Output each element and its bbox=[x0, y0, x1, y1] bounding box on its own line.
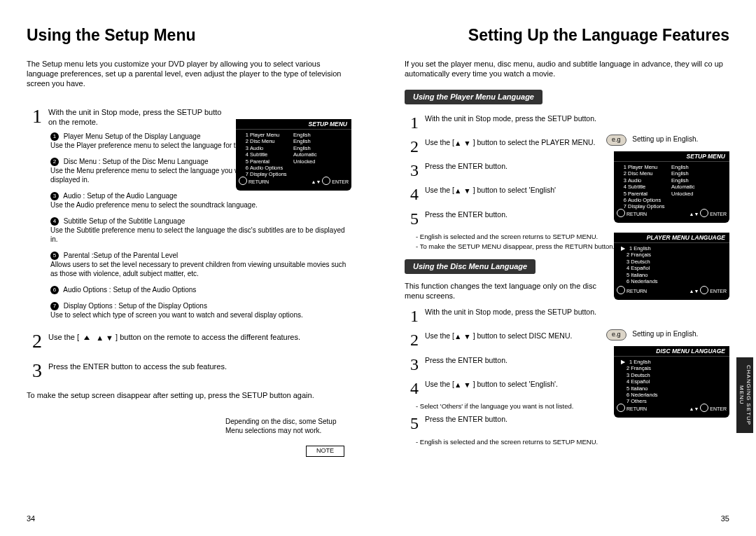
section-pill-disc: Using the Disc Menu Language bbox=[405, 259, 536, 273]
step-text: Press the ENTER button to access the sub… bbox=[48, 357, 333, 385]
osd-disc-language: DISC MENU LANGUAGE ▶ 1 English 2 Françai… bbox=[614, 346, 729, 418]
intro-right: If you set the player menu, disc menu, a… bbox=[405, 59, 729, 79]
circ-icon: 1 bbox=[50, 132, 59, 141]
step-num: 1 bbox=[28, 103, 46, 130]
enter-label: ENTER bbox=[332, 179, 349, 184]
bullet-lead: Display Options : Setup of the Display O… bbox=[64, 302, 207, 310]
bullet-body: Use the Audio preference menu to select … bbox=[50, 201, 258, 209]
note-box: NOTE bbox=[306, 446, 344, 457]
step-num: 2 bbox=[28, 328, 46, 355]
step-num: 3 bbox=[28, 357, 46, 385]
endnote: To make the setup screen disappear after… bbox=[27, 390, 351, 400]
step-text: Use the [ ▲ ▼ ] button on the remote to … bbox=[48, 328, 333, 355]
bullet-lead: Player Menu Setup of the Display Languag… bbox=[64, 132, 201, 140]
osd-setup-menu-right: SETUP MENU 1 Player MenuEnglish 2 Disc M… bbox=[614, 151, 729, 223]
page-left: Using the Setup Menu The Setup menu lets… bbox=[0, 0, 378, 536]
return-icon bbox=[617, 404, 625, 412]
eg-text: Setting up in English. bbox=[632, 135, 698, 143]
intro-left: The Setup menu lets you customize your D… bbox=[27, 59, 351, 89]
enter-icon bbox=[700, 404, 708, 412]
circ-icon: 6 bbox=[50, 286, 59, 294]
circ-icon: 7 bbox=[50, 302, 59, 310]
enter-icon bbox=[322, 177, 330, 185]
note-label: NOTE bbox=[316, 447, 334, 454]
enter-icon bbox=[700, 286, 708, 294]
page-number: 34 bbox=[27, 514, 35, 523]
page-right: Setting Up the Language Features If you … bbox=[378, 0, 756, 536]
svg-marker-0 bbox=[84, 336, 90, 340]
osd-setup-menu: SETUP MENU 1 Player MenuEnglish 2 Disc M… bbox=[236, 119, 351, 191]
osd-title: SETUP MENU bbox=[236, 119, 351, 130]
circ-icon: 5 bbox=[50, 252, 59, 260]
step2-a: Use the [ bbox=[48, 333, 79, 341]
bullet-lead: Audio : Setup of the Audio Language bbox=[63, 192, 177, 200]
bullet-lead: Disc Menu : Setup of the Disc Menu Langu… bbox=[64, 158, 209, 165]
osd-body: 1 Player MenuEnglish 2 Disc MenuEnglish … bbox=[236, 130, 351, 177]
return-icon bbox=[617, 209, 625, 217]
eg-text: Setting up in English. bbox=[632, 330, 698, 338]
manual-spread: Using the Setup Menu The Setup menu lets… bbox=[0, 0, 756, 536]
step1-a: With the unit in Stop mode, press the SE… bbox=[48, 108, 221, 116]
bullet-body: Use to select which type of screen you w… bbox=[50, 311, 303, 319]
osd-player-language: PLAYER MENU LANGUAGE ▶ 1 English 2 Franç… bbox=[614, 233, 729, 300]
circ-icon: 3 bbox=[50, 192, 59, 200]
return-label: RETURN bbox=[248, 179, 269, 184]
osd-title: DISC MENU LANGUAGE bbox=[614, 346, 729, 357]
section-pill-player: Using the Player Menu Language bbox=[405, 90, 542, 104]
osd-title: SETUP MENU bbox=[614, 151, 729, 162]
page-number: 35 bbox=[721, 514, 729, 523]
eg-label: e.g bbox=[606, 135, 626, 146]
note-text: Depending on the disc, some Setup Menu s… bbox=[225, 417, 344, 435]
bullet-lead: Subtitle Setup of the Subtitle Language bbox=[64, 217, 185, 225]
step1-b: on the remote. bbox=[48, 118, 98, 126]
steplist-left-2: 2 Use the [ ▲ ▼ ] button on the remote t… bbox=[27, 327, 335, 386]
bullet-body: Allows users to set the level necessary … bbox=[50, 261, 346, 277]
return-icon bbox=[617, 286, 625, 294]
nav-arrows-icon: ▲▼ bbox=[311, 179, 321, 184]
up-down-icon: ▲ ▼ bbox=[454, 332, 471, 342]
up-down-icon: ▲ ▼ bbox=[81, 333, 113, 343]
bullet-lead: Audio Options : Setup of the Audio Optio… bbox=[63, 286, 196, 294]
circ-icon: 2 bbox=[50, 158, 59, 166]
return-icon bbox=[239, 177, 247, 185]
eg-row-2: e.g Setting up in English. bbox=[606, 329, 725, 341]
up-down-icon: ▲ ▼ bbox=[454, 186, 471, 196]
circ-icon: 4 bbox=[50, 217, 59, 226]
bullet-body: Use the Subtitle preference menu to sele… bbox=[50, 226, 345, 243]
subnote: - English is selected and the screen ret… bbox=[405, 438, 729, 446]
title-right: Setting Up the Language Features bbox=[405, 25, 729, 46]
enter-icon bbox=[700, 209, 708, 217]
title-left: Using the Setup Menu bbox=[27, 25, 351, 46]
up-down-icon: ▲ ▼ bbox=[454, 380, 471, 390]
osd-title: PLAYER MENU LANGUAGE bbox=[614, 233, 729, 243]
edge-tab: CHANGING SETUP MENU bbox=[736, 357, 753, 433]
step2-b: ] button on the remote to access the dif… bbox=[115, 333, 300, 341]
steplist-player: 1With the unit in Stop mode, press the S… bbox=[405, 110, 601, 231]
step-text: With the unit in Stop mode, press the SE… bbox=[48, 103, 256, 130]
up-down-icon: ▲ ▼ bbox=[454, 139, 471, 149]
steplist-left: 1 With the unit in Stop mode, press the … bbox=[27, 102, 258, 132]
disc-intro: This function changes the text language … bbox=[405, 281, 601, 301]
eg-row-1: e.g Setting up in English. bbox=[606, 135, 725, 146]
bullet-lead: Parental :Setup of the Parental Level bbox=[64, 252, 178, 259]
eg-label: e.g bbox=[606, 329, 626, 341]
steplist-disc: 1With the unit in Stop mode, press the S… bbox=[405, 303, 601, 401]
